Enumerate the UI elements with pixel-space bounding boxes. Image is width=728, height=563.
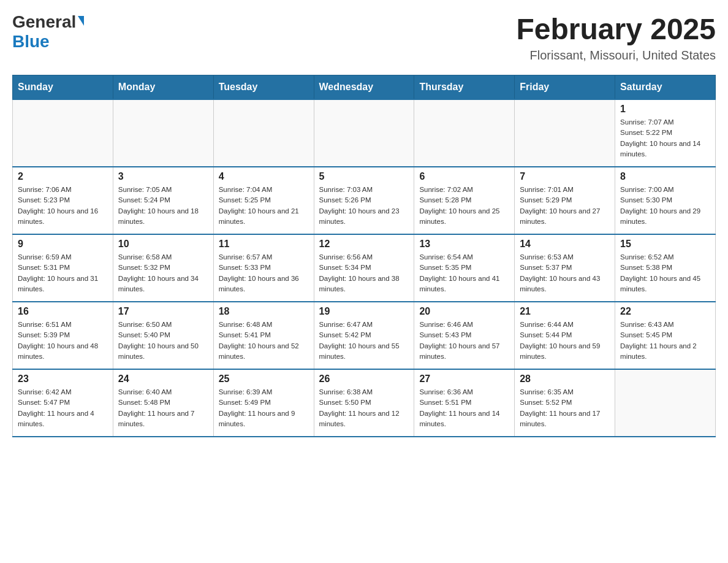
day-number: 12 xyxy=(319,239,409,250)
day-info: Sunrise: 6:46 AMSunset: 5:43 PMDaylight:… xyxy=(419,320,509,362)
calendar-cell: 12Sunrise: 6:56 AMSunset: 5:34 PMDayligh… xyxy=(314,234,414,302)
day-number: 21 xyxy=(520,306,610,317)
calendar-cell xyxy=(515,99,615,167)
weekday-header-row: SundayMondayTuesdayWednesdayThursdayFrid… xyxy=(13,75,716,100)
calendar-week-row-1: 1Sunrise: 7:07 AMSunset: 5:22 PMDaylight… xyxy=(13,99,716,167)
month-title: February 2025 xyxy=(516,12,716,46)
day-info: Sunrise: 7:03 AMSunset: 5:26 PMDaylight:… xyxy=(319,185,409,227)
calendar-cell: 1Sunrise: 7:07 AMSunset: 5:22 PMDaylight… xyxy=(615,99,716,167)
day-info: Sunrise: 6:52 AMSunset: 5:38 PMDaylight:… xyxy=(620,252,710,294)
calendar-cell xyxy=(314,99,414,167)
day-info: Sunrise: 6:39 AMSunset: 5:49 PMDaylight:… xyxy=(219,387,309,429)
day-number: 3 xyxy=(118,171,208,182)
calendar-cell: 13Sunrise: 6:54 AMSunset: 5:35 PMDayligh… xyxy=(414,234,515,302)
calendar-week-row-3: 9Sunrise: 6:59 AMSunset: 5:31 PMDaylight… xyxy=(13,234,716,302)
day-number: 23 xyxy=(18,373,108,385)
logo-blue-text: Blue xyxy=(12,32,50,51)
day-number: 24 xyxy=(118,373,208,385)
calendar-cell: 14Sunrise: 6:53 AMSunset: 5:37 PMDayligh… xyxy=(515,234,615,302)
day-info: Sunrise: 7:06 AMSunset: 5:23 PMDaylight:… xyxy=(18,185,108,227)
day-info: Sunrise: 7:01 AMSunset: 5:29 PMDaylight:… xyxy=(520,185,610,227)
day-info: Sunrise: 6:50 AMSunset: 5:40 PMDaylight:… xyxy=(118,320,208,362)
calendar-cell: 23Sunrise: 6:42 AMSunset: 5:47 PMDayligh… xyxy=(13,369,113,437)
calendar-cell xyxy=(13,99,113,167)
day-number: 22 xyxy=(620,306,710,317)
day-number: 19 xyxy=(319,306,409,317)
day-number: 20 xyxy=(419,306,509,317)
day-info: Sunrise: 6:53 AMSunset: 5:37 PMDaylight:… xyxy=(520,252,610,294)
day-info: Sunrise: 6:48 AMSunset: 5:41 PMDaylight:… xyxy=(219,320,309,362)
calendar-cell xyxy=(113,99,213,167)
logo-triangle-icon xyxy=(78,16,84,26)
day-info: Sunrise: 6:47 AMSunset: 5:42 PMDaylight:… xyxy=(319,320,409,362)
day-info: Sunrise: 6:59 AMSunset: 5:31 PMDaylight:… xyxy=(18,252,108,294)
calendar-cell: 20Sunrise: 6:46 AMSunset: 5:43 PMDayligh… xyxy=(414,302,515,369)
calendar-cell: 10Sunrise: 6:58 AMSunset: 5:32 PMDayligh… xyxy=(113,234,213,302)
day-number: 16 xyxy=(18,306,108,317)
calendar-cell: 25Sunrise: 6:39 AMSunset: 5:49 PMDayligh… xyxy=(213,369,314,437)
calendar-cell: 3Sunrise: 7:05 AMSunset: 5:24 PMDaylight… xyxy=(113,167,213,234)
weekday-header-friday: Friday xyxy=(515,75,615,100)
day-info: Sunrise: 6:40 AMSunset: 5:48 PMDaylight:… xyxy=(118,387,208,429)
title-block: February 2025 Florissant, Missouri, Unit… xyxy=(516,12,716,63)
day-number: 25 xyxy=(219,373,309,385)
day-number: 10 xyxy=(118,239,208,250)
calendar-week-row-4: 16Sunrise: 6:51 AMSunset: 5:39 PMDayligh… xyxy=(13,302,716,369)
day-number: 26 xyxy=(319,373,409,385)
day-info: Sunrise: 7:00 AMSunset: 5:30 PMDaylight:… xyxy=(620,185,710,227)
weekday-header-monday: Monday xyxy=(113,75,213,100)
calendar-cell xyxy=(414,99,515,167)
calendar-cell: 21Sunrise: 6:44 AMSunset: 5:44 PMDayligh… xyxy=(515,302,615,369)
day-number: 2 xyxy=(18,171,108,182)
day-number: 7 xyxy=(520,171,610,182)
calendar-cell: 16Sunrise: 6:51 AMSunset: 5:39 PMDayligh… xyxy=(13,302,113,369)
day-info: Sunrise: 6:54 AMSunset: 5:35 PMDaylight:… xyxy=(419,252,509,294)
day-number: 18 xyxy=(219,306,309,317)
calendar-cell xyxy=(213,99,314,167)
calendar-table: SundayMondayTuesdayWednesdayThursdayFrid… xyxy=(12,75,716,437)
day-info: Sunrise: 7:02 AMSunset: 5:28 PMDaylight:… xyxy=(419,185,509,227)
weekday-header-sunday: Sunday xyxy=(13,75,113,100)
calendar-cell: 9Sunrise: 6:59 AMSunset: 5:31 PMDaylight… xyxy=(13,234,113,302)
calendar-cell: 7Sunrise: 7:01 AMSunset: 5:29 PMDaylight… xyxy=(515,167,615,234)
logo-general-text: General xyxy=(12,12,76,32)
weekday-header-wednesday: Wednesday xyxy=(314,75,414,100)
day-info: Sunrise: 7:07 AMSunset: 5:22 PMDaylight:… xyxy=(620,117,710,159)
day-number: 14 xyxy=(520,239,610,250)
weekday-header-saturday: Saturday xyxy=(615,75,716,100)
day-info: Sunrise: 6:42 AMSunset: 5:47 PMDaylight:… xyxy=(18,387,108,429)
calendar-cell: 22Sunrise: 6:43 AMSunset: 5:45 PMDayligh… xyxy=(615,302,716,369)
calendar-week-row-2: 2Sunrise: 7:06 AMSunset: 5:23 PMDaylight… xyxy=(13,167,716,234)
calendar-cell: 27Sunrise: 6:36 AMSunset: 5:51 PMDayligh… xyxy=(414,369,515,437)
day-number: 13 xyxy=(419,239,509,250)
day-number: 11 xyxy=(219,239,309,250)
day-number: 6 xyxy=(419,171,509,182)
day-info: Sunrise: 6:57 AMSunset: 5:33 PMDaylight:… xyxy=(219,252,309,294)
day-info: Sunrise: 6:38 AMSunset: 5:50 PMDaylight:… xyxy=(319,387,409,429)
calendar-cell: 6Sunrise: 7:02 AMSunset: 5:28 PMDaylight… xyxy=(414,167,515,234)
calendar-cell: 4Sunrise: 7:04 AMSunset: 5:25 PMDaylight… xyxy=(213,167,314,234)
calendar-cell: 5Sunrise: 7:03 AMSunset: 5:26 PMDaylight… xyxy=(314,167,414,234)
calendar-cell xyxy=(615,369,716,437)
day-info: Sunrise: 6:35 AMSunset: 5:52 PMDaylight:… xyxy=(520,387,610,429)
day-info: Sunrise: 7:05 AMSunset: 5:24 PMDaylight:… xyxy=(118,185,208,227)
calendar-cell: 18Sunrise: 6:48 AMSunset: 5:41 PMDayligh… xyxy=(213,302,314,369)
calendar-cell: 15Sunrise: 6:52 AMSunset: 5:38 PMDayligh… xyxy=(615,234,716,302)
calendar-cell: 26Sunrise: 6:38 AMSunset: 5:50 PMDayligh… xyxy=(314,369,414,437)
day-info: Sunrise: 6:56 AMSunset: 5:34 PMDaylight:… xyxy=(319,252,409,294)
day-number: 27 xyxy=(419,373,509,385)
day-number: 8 xyxy=(620,171,710,182)
day-info: Sunrise: 7:04 AMSunset: 5:25 PMDaylight:… xyxy=(219,185,309,227)
day-info: Sunrise: 6:58 AMSunset: 5:32 PMDaylight:… xyxy=(118,252,208,294)
day-info: Sunrise: 6:36 AMSunset: 5:51 PMDaylight:… xyxy=(419,387,509,429)
day-number: 1 xyxy=(620,104,710,115)
day-number: 17 xyxy=(118,306,208,317)
calendar-cell: 8Sunrise: 7:00 AMSunset: 5:30 PMDaylight… xyxy=(615,167,716,234)
calendar-cell: 11Sunrise: 6:57 AMSunset: 5:33 PMDayligh… xyxy=(213,234,314,302)
day-info: Sunrise: 6:51 AMSunset: 5:39 PMDaylight:… xyxy=(18,320,108,362)
calendar-cell: 17Sunrise: 6:50 AMSunset: 5:40 PMDayligh… xyxy=(113,302,213,369)
page-header: General Blue February 2025 Florissant, M… xyxy=(12,12,716,63)
location-subtitle: Florissant, Missouri, United States xyxy=(516,48,716,63)
day-number: 15 xyxy=(620,239,710,250)
day-info: Sunrise: 6:43 AMSunset: 5:45 PMDaylight:… xyxy=(620,320,710,362)
